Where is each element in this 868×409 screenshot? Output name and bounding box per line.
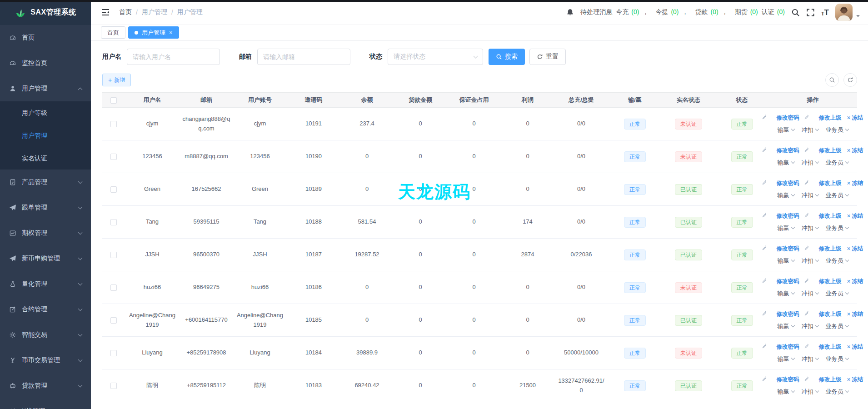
row-checkbox[interactable] (110, 383, 117, 389)
dropdown-冲扣[interactable]: 冲扣 (802, 158, 818, 168)
freeze-link[interactable]: ×冻结 (847, 309, 863, 319)
dropdown-冲扣[interactable]: 冲扣 (802, 125, 818, 135)
table-refresh-button[interactable] (843, 73, 857, 87)
close-icon[interactable]: × (169, 30, 173, 35)
freeze-link[interactable]: ×冻结 (847, 375, 863, 384)
sidebar-collapse-icon[interactable] (101, 8, 110, 17)
email-input[interactable] (257, 49, 350, 65)
breadcrumb-item[interactable]: 用户管理 (142, 8, 167, 16)
row-checkbox[interactable] (110, 121, 117, 127)
username-input[interactable] (127, 49, 220, 65)
change-parent-link[interactable]: 修改上级 (804, 146, 841, 155)
change-password-link[interactable]: 修改密码 (762, 277, 799, 286)
change-parent-link[interactable]: 修改上级 (804, 309, 841, 319)
select-all-checkbox[interactable] (110, 97, 117, 104)
change-parent-link[interactable]: 修改上级 (804, 342, 841, 351)
dropdown-冲扣[interactable]: 冲扣 (802, 256, 818, 266)
search-icon[interactable] (791, 8, 800, 17)
freeze-link[interactable]: ×冻结 (847, 342, 863, 351)
tab-用户管理[interactable]: 用户管理× (128, 26, 179, 39)
dropdown-业务员[interactable]: 业务员 (826, 322, 848, 331)
sidebar-item-product-mgmt[interactable]: 产品管理 (0, 170, 91, 195)
dropdown-输赢[interactable]: 输赢 (778, 387, 794, 397)
change-password-link[interactable]: 修改密码 (762, 375, 799, 384)
breadcrumb-item[interactable]: 用户管理 (177, 8, 203, 16)
sidebar-item-user-list[interactable]: 用户管理 (0, 124, 91, 147)
freeze-link[interactable]: ×冻结 (847, 277, 863, 286)
dropdown-冲扣[interactable]: 冲扣 (802, 191, 818, 200)
chevron-down-icon[interactable] (856, 15, 860, 17)
sidebar-item-monitor-home[interactable]: 监控首页 (0, 50, 91, 76)
reset-button[interactable]: 重置 (529, 49, 566, 65)
dropdown-业务员[interactable]: 业务员 (826, 289, 848, 299)
row-checkbox[interactable] (110, 350, 117, 356)
change-password-link[interactable]: 修改密码 (762, 211, 799, 220)
dropdown-业务员[interactable]: 业务员 (826, 125, 848, 135)
freeze-link[interactable]: ×冻结 (847, 113, 863, 122)
change-password-link[interactable]: 修改密码 (762, 244, 799, 253)
change-password-link[interactable]: 修改密码 (762, 146, 799, 155)
change-parent-link[interactable]: 修改上级 (804, 179, 841, 188)
sidebar-item-smart-trade[interactable]: 智能交易 (0, 322, 91, 348)
change-parent-link[interactable]: 修改上级 (804, 113, 841, 122)
search-button[interactable]: 搜索 (489, 49, 525, 65)
freeze-link[interactable]: ×冻结 (847, 211, 863, 220)
dropdown-业务员[interactable]: 业务员 (826, 158, 848, 168)
freeze-link[interactable]: ×冻结 (847, 244, 863, 253)
dropdown-输赢[interactable]: 输赢 (778, 354, 794, 364)
bell-icon[interactable] (566, 8, 574, 16)
table-search-toggle-button[interactable] (825, 73, 839, 87)
font-size-icon[interactable]: TT (821, 9, 829, 16)
sidebar-item-home[interactable]: 首页 (0, 25, 91, 50)
row-checkbox[interactable] (110, 219, 117, 225)
sidebar-item-user-mgmt[interactable]: 用户管理 (0, 76, 91, 101)
freeze-link[interactable]: ×冻结 (847, 179, 863, 188)
change-password-link[interactable]: 修改密码 (762, 342, 799, 351)
dropdown-冲扣[interactable]: 冲扣 (802, 322, 818, 331)
freeze-link[interactable]: ×冻结 (847, 146, 863, 155)
dropdown-冲扣[interactable]: 冲扣 (802, 387, 818, 397)
tab-首页[interactable]: 首页 (101, 26, 125, 39)
dropdown-输赢[interactable]: 输赢 (778, 224, 794, 233)
change-password-link[interactable]: 修改密码 (762, 309, 799, 319)
status-select[interactable]: 请选择状态 (388, 49, 483, 65)
dropdown-业务员[interactable]: 业务员 (826, 387, 848, 397)
sidebar-item-contract-mgmt[interactable]: 合约管理 (0, 297, 91, 322)
add-user-button[interactable]: + 新增 (102, 74, 131, 86)
dropdown-输赢[interactable]: 输赢 (778, 289, 794, 299)
dropdown-冲扣[interactable]: 冲扣 (802, 289, 818, 299)
change-password-link[interactable]: 修改密码 (762, 179, 799, 188)
sidebar-item-kline-mgmt[interactable]: K线管理 (0, 399, 91, 409)
dropdown-业务员[interactable]: 业务员 (826, 224, 848, 233)
change-parent-link[interactable]: 修改上级 (804, 244, 841, 253)
dropdown-业务员[interactable]: 业务员 (826, 354, 848, 364)
dropdown-输赢[interactable]: 输赢 (778, 125, 794, 135)
dropdown-输赢[interactable]: 输赢 (778, 191, 794, 200)
sidebar-item-follow-mgmt[interactable]: 跟单管理 (0, 195, 91, 220)
sidebar-item-user-level[interactable]: 用户等级 (0, 101, 91, 124)
fullscreen-icon[interactable] (806, 8, 815, 17)
dropdown-业务员[interactable]: 业务员 (826, 256, 848, 266)
dropdown-冲扣[interactable]: 冲扣 (802, 354, 818, 364)
sidebar-item-real-name-auth[interactable]: 实名认证 (0, 147, 91, 170)
change-parent-link[interactable]: 修改上级 (804, 211, 841, 220)
sidebar-item-coin-trade-mgmt[interactable]: 币币交易管理 (0, 348, 91, 373)
dropdown-冲扣[interactable]: 冲扣 (802, 224, 818, 233)
row-checkbox[interactable] (110, 317, 117, 324)
avatar[interactable] (835, 4, 853, 21)
sidebar-item-option-mgmt[interactable]: 期权管理 (0, 220, 91, 246)
sidebar-item-quant-mgmt[interactable]: 量化管理 (0, 271, 91, 297)
row-checkbox[interactable] (110, 154, 117, 160)
change-password-link[interactable]: 修改密码 (762, 113, 799, 122)
dropdown-输赢[interactable]: 输赢 (778, 322, 794, 331)
dropdown-输赢[interactable]: 输赢 (778, 158, 794, 168)
dropdown-业务员[interactable]: 业务员 (826, 191, 848, 200)
row-checkbox[interactable] (110, 284, 117, 291)
change-parent-link[interactable]: 修改上级 (804, 277, 841, 286)
sidebar-item-loan-mgmt[interactable]: 贷款管理 (0, 373, 91, 399)
change-parent-link[interactable]: 修改上级 (804, 375, 841, 384)
sidebar-item-newcoin-mgmt[interactable]: 新币申购管理 (0, 246, 91, 271)
row-checkbox[interactable] (110, 186, 117, 193)
dropdown-输赢[interactable]: 输赢 (778, 256, 794, 266)
row-checkbox[interactable] (110, 252, 117, 258)
